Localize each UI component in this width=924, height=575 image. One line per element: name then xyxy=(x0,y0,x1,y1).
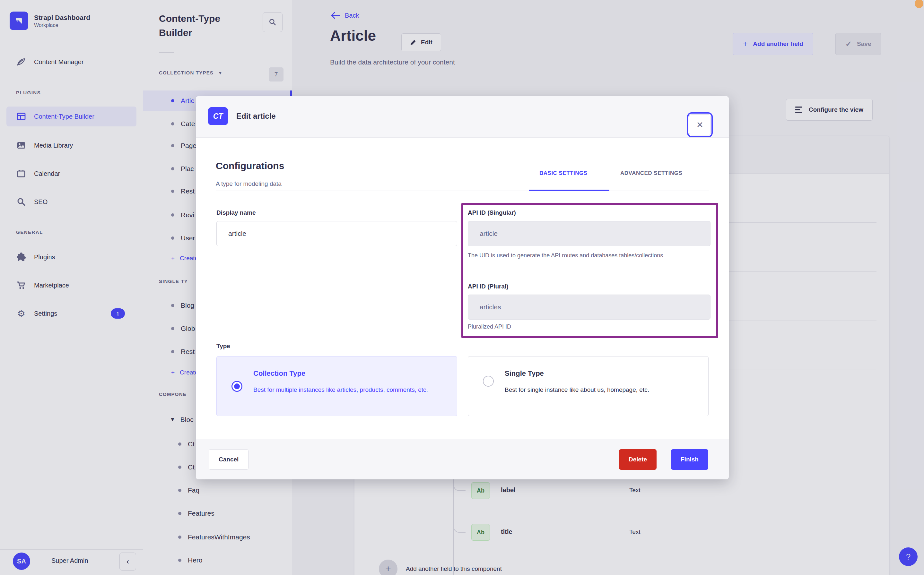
radio-unselected-icon[interactable] xyxy=(483,376,494,387)
collection-type-title: Collection Type xyxy=(253,369,305,378)
single-type-card[interactable]: Single Type Best for single instance lik… xyxy=(468,356,709,416)
collection-type-desc: Best for multiple instances like article… xyxy=(253,384,449,396)
display-name-label: Display name xyxy=(216,209,256,216)
display-name-input[interactable]: article xyxy=(216,221,457,246)
delete-button[interactable]: Delete xyxy=(619,449,657,470)
tabs-divider xyxy=(216,191,709,191)
configurations-subtitle: A type for modeling data xyxy=(216,180,281,187)
configurations-title: Configurations xyxy=(216,160,284,172)
single-type-title: Single Type xyxy=(505,369,544,378)
cancel-button[interactable]: Cancel xyxy=(209,449,248,470)
annotation-highlight-rect xyxy=(461,203,718,338)
modal-footer: Cancel Delete Finish xyxy=(196,439,729,480)
single-type-desc: Best for single instance like about us, … xyxy=(505,384,730,396)
active-tab-indicator xyxy=(529,190,609,191)
finish-button[interactable]: Finish xyxy=(671,449,708,470)
app-root: Strapi Dashboard Workplace Content Manag… xyxy=(0,0,924,575)
radio-selected-icon[interactable] xyxy=(232,381,242,392)
content-type-badge: CT xyxy=(208,107,228,125)
close-icon: ✕ xyxy=(697,120,703,130)
modal-header xyxy=(196,96,729,138)
close-button[interactable]: ✕ xyxy=(689,114,711,135)
tab-advanced-settings[interactable]: ADVANCED SETTINGS xyxy=(620,170,682,176)
tab-basic-settings[interactable]: BASIC SETTINGS xyxy=(539,170,587,176)
modal-title: Edit article xyxy=(236,112,276,121)
type-label: Type xyxy=(216,343,230,350)
collection-type-card[interactable]: Collection Type Best for multiple instan… xyxy=(216,356,457,416)
